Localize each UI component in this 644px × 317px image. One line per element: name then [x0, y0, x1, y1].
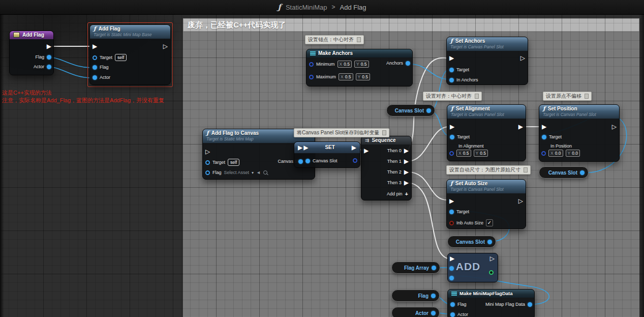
add-pin-label[interactable]: Add pin: [387, 191, 403, 196]
node-make-anchors[interactable]: Make Anchors Minimum X0.5 Y0.5 Maximum X…: [306, 49, 413, 87]
pill-actor[interactable]: Actor: [391, 307, 440, 317]
exec-out-pin[interactable]: ▷: [520, 55, 525, 61]
pill-flag[interactable]: Flag: [391, 290, 440, 302]
in-anchors-pin[interactable]: [449, 78, 454, 82]
comment-bubble-autosize[interactable]: 设置自动尺寸：为图片原始尺寸: [446, 165, 531, 175]
pill-canvas-slot-1[interactable]: Canvas Slot: [386, 104, 435, 117]
min-y-field[interactable]: Y0.5: [354, 61, 369, 68]
target-in-pin[interactable]: [205, 160, 210, 165]
breadcrumb-current[interactable]: Add Flag: [340, 4, 366, 11]
array-in-pin[interactable]: [449, 266, 454, 271]
comment-box-title[interactable]: 废弃，已经被C++代码实现了: [183, 18, 639, 32]
use-selected-icon[interactable]: ◄: [256, 170, 261, 175]
exec-in-pin[interactable]: ▶: [449, 198, 454, 204]
node-fn-add-flag-header[interactable]: ƒ Add Flag Target is Static Mini Map Bas…: [90, 25, 170, 39]
self-value-box[interactable]: self: [115, 54, 127, 61]
self-value-box[interactable]: self: [228, 159, 239, 166]
exec-in-pin[interactable]: ▶: [449, 55, 454, 61]
actor-out-pin[interactable]: [47, 65, 51, 69]
exec-out-pin[interactable]: ▷: [612, 124, 617, 130]
then0-out-pin[interactable]: ▶: [404, 148, 409, 154]
node-set-header[interactable]: ▶ ▶ SET ▶: [294, 142, 360, 153]
canvas-slot-out-pin[interactable]: [426, 108, 431, 113]
exec-in-pin[interactable]: ▶: [450, 124, 454, 130]
canvas-slot-out-pin[interactable]: [353, 158, 357, 163]
in-alignment-pin[interactable]: [449, 151, 454, 156]
node-set-canvas-slot[interactable]: ▶ ▶ SET ▶ Canvas Slot: [294, 141, 360, 168]
anchors-out-pin[interactable]: [406, 61, 410, 66]
flag-in-pin[interactable]: [205, 170, 210, 175]
select-asset-dropdown[interactable]: Select Asset: [224, 170, 250, 175]
node-sequence-header[interactable]: ⇉ Sequence: [361, 136, 411, 145]
node-set-anchors-header[interactable]: ƒ Set Anchors Target is Canvas Panel Slo…: [447, 37, 528, 51]
minimum-in-pin[interactable]: [309, 62, 314, 67]
plus-icon[interactable]: +: [405, 191, 408, 197]
comment-bubble-save-temp[interactable]: 将Canvas Panel Slot保存到临时变量: [294, 128, 389, 137]
node-set-position-header[interactable]: ƒ Set Position Target is Canvas Panel Sl…: [539, 105, 619, 119]
browse-asset-icon[interactable]: [263, 170, 267, 175]
position-y-field[interactable]: Y0.0: [566, 150, 580, 157]
flag-in-pin[interactable]: [450, 302, 455, 307]
exec-out-pin[interactable]: ▷: [518, 198, 523, 204]
canvas-slot-out-pin[interactable]: [580, 170, 585, 175]
exec-out-pin[interactable]: ▶: [518, 124, 523, 130]
exec-out-pin[interactable]: ▷: [490, 255, 495, 262]
node-set-position[interactable]: ƒ Set Position Target is Canvas Panel Sl…: [539, 104, 620, 162]
exec-in-pin[interactable]: ▶: [93, 43, 97, 49]
target-in-pin[interactable]: [542, 135, 546, 139]
maximum-in-pin[interactable]: [309, 75, 314, 79]
pill-canvas-slot-2[interactable]: Canvas Slot: [539, 166, 589, 179]
exec-out-pin[interactable]: ▷: [163, 43, 168, 49]
target-in-pin[interactable]: [449, 68, 454, 72]
flag-data-out-pin[interactable]: [528, 302, 532, 307]
breadcrumb-parent[interactable]: StaticMiniMap: [286, 4, 327, 11]
canvas-slot-in-pin[interactable]: [305, 159, 310, 163]
node-event-add-flag-header[interactable]: Add Flag: [10, 31, 53, 39]
index-out-pin[interactable]: [489, 270, 494, 275]
flag-in-pin[interactable]: [93, 65, 97, 70]
then2-out-pin[interactable]: ▶: [404, 169, 409, 175]
chevron-down-icon[interactable]: ▾: [252, 170, 254, 175]
max-y-field[interactable]: Y0.5: [356, 73, 371, 80]
exec-in-pin[interactable]: ▷: [205, 149, 210, 155]
target-in-pin[interactable]: [449, 210, 454, 214]
pill-canvas-slot-3[interactable]: Canvas Slot: [447, 236, 496, 248]
node-make-minimapflagdata[interactable]: Make MiniMapFlagData Flag Mini Map Flag …: [447, 289, 535, 317]
comment-bubble-anchor[interactable]: 设置锚点：中心对齐: [305, 35, 364, 44]
actor-out-pin[interactable]: [431, 311, 436, 315]
then3-out-pin[interactable]: ▶: [404, 180, 409, 186]
flag-array-out-pin[interactable]: [432, 266, 436, 270]
node-sequence[interactable]: ⇉ Sequence ▶ Then 0 ▶ Then 1 ▶ Then 2 ▶ …: [361, 136, 412, 200]
comment-bubble-align[interactable]: 设置对齐：中心对齐: [423, 92, 482, 101]
actor-in-pin[interactable]: [93, 75, 97, 80]
element-in-pin[interactable]: [449, 276, 454, 280]
exec-in-pin[interactable]: ▶: [542, 124, 546, 130]
pill-flag-array[interactable]: Flag Array: [391, 262, 440, 274]
min-x-field[interactable]: X0.5: [338, 61, 352, 68]
actor-in-pin[interactable]: [450, 312, 455, 317]
exec-out-pin[interactable]: ▶: [352, 145, 356, 151]
canvas-slot-out-pin[interactable]: [298, 159, 303, 164]
exec-in-pin[interactable]: ▶: [298, 145, 302, 151]
flag-out-pin[interactable]: [47, 55, 51, 60]
node-make-minimapflagdata-header[interactable]: Make MiniMapFlagData: [448, 290, 534, 298]
node-set-anchors[interactable]: ƒ Set Anchors Target is Canvas Panel Slo…: [446, 37, 528, 85]
node-set-auto-size[interactable]: ƒ Set Auto Size Target is Canvas Panel S…: [446, 179, 526, 229]
alignment-y-field[interactable]: Y0.5: [474, 150, 488, 157]
alignment-x-field[interactable]: X0.5: [456, 150, 471, 157]
node-set-alignment[interactable]: ƒ Set Alignment Target is Canvas Panel S…: [447, 104, 526, 161]
in-position-pin[interactable]: [541, 151, 546, 156]
node-array-add[interactable]: ▶ ▷ ADD: [447, 253, 498, 282]
node-set-auto-size-header[interactable]: ƒ Set Auto Size Target is Canvas Panel S…: [447, 180, 526, 193]
then1-out-pin[interactable]: ▶: [404, 158, 409, 164]
target-in-pin[interactable]: [450, 135, 454, 139]
exec-out-pin[interactable]: ▶: [47, 43, 51, 49]
position-x-field[interactable]: X0.0: [548, 150, 563, 157]
node-fn-add-flag[interactable]: ƒ Add Flag Target is Static Mini Map Bas…: [89, 24, 171, 85]
comment-bubble-origin[interactable]: 设置原点不偏移: [543, 92, 592, 101]
exec-in-pin[interactable]: ▶: [364, 148, 369, 154]
flag-out-pin[interactable]: [431, 294, 436, 298]
auto-size-checkbox[interactable]: ✓: [486, 219, 493, 226]
node-make-anchors-header[interactable]: Make Anchors: [306, 49, 412, 57]
node-event-add-flag[interactable]: Add Flag ▶ Flag Actor: [9, 31, 54, 75]
